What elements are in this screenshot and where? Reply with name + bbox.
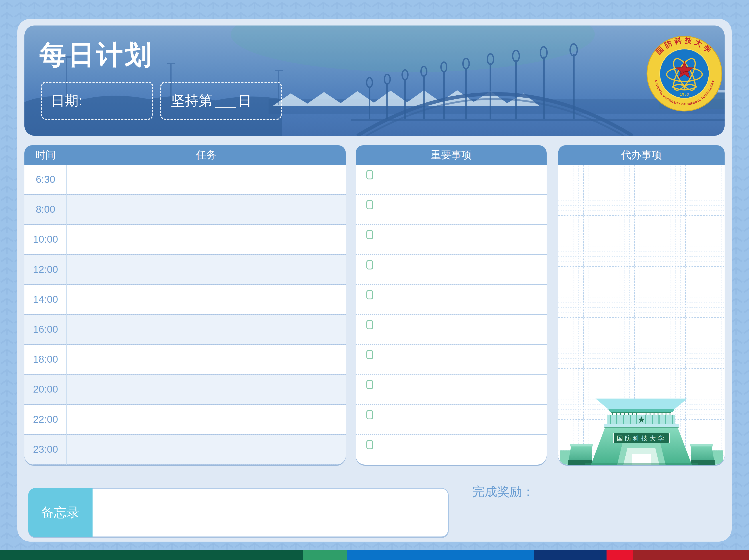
task-cell[interactable] <box>67 435 346 464</box>
important-item-area[interactable] <box>356 285 547 315</box>
important-item-area[interactable] <box>356 405 547 435</box>
university-logo: 八一 1953 国防科技大学 NATIONAL UNIVERSITY OF DE… <box>646 35 723 112</box>
important-checkbox[interactable] <box>366 260 373 269</box>
important-item-area[interactable] <box>356 165 547 195</box>
todo-panel-header: 代办事项 <box>558 145 725 165</box>
star-label: 八一 <box>681 70 688 74</box>
important-checkbox[interactable] <box>366 410 373 419</box>
schedule-panel: 时间 任务 6:308:0010:0012:0014:0016:0018:002… <box>24 145 346 465</box>
schedule-row: 6:30 <box>24 165 346 195</box>
important-checkbox[interactable] <box>366 290 373 299</box>
task-cell[interactable] <box>67 405 346 434</box>
important-checkbox[interactable] <box>366 170 373 179</box>
task-cell[interactable] <box>67 375 346 404</box>
footer-stripe <box>633 550 749 560</box>
time-label: 6:30 <box>24 165 67 194</box>
header-banner: 每日计划 日期: 坚持第日 八一 <box>24 25 725 136</box>
time-column-header: 时间 <box>24 148 67 162</box>
time-label: 10:00 <box>24 225 67 254</box>
schedule-row: 22:00 <box>24 405 346 435</box>
footer-stripe <box>347 550 534 560</box>
gate-sign-text: 国防科技大学 <box>617 435 666 442</box>
time-label: 8:00 <box>24 195 67 224</box>
important-item-area[interactable] <box>356 315 547 345</box>
important-panel: 重要事项 <box>356 145 547 465</box>
footer-stripe <box>0 550 303 560</box>
time-label: 14:00 <box>24 285 67 314</box>
date-field[interactable]: 日期: <box>41 82 153 120</box>
schedule-body: 6:308:0010:0012:0014:0016:0018:0020:0022… <box>24 165 346 465</box>
task-cell[interactable] <box>67 195 346 224</box>
time-label: 12:00 <box>24 255 67 284</box>
daily-plan-page: 每日计划 日期: 坚持第日 八一 <box>0 0 749 560</box>
reward-label: 完成奖励： <box>472 484 534 500</box>
logo-year: 1953 <box>680 92 689 96</box>
task-column-header: 任务 <box>67 148 346 162</box>
streak-blank-line[interactable] <box>215 94 236 108</box>
important-item-area[interactable] <box>356 345 547 375</box>
important-item-area[interactable] <box>356 375 547 405</box>
todo-panel: 代办事项 <box>558 145 725 465</box>
time-label: 23:00 <box>24 435 67 464</box>
important-item-area[interactable] <box>356 225 547 254</box>
schedule-row: 10:00 <box>24 225 346 254</box>
task-cell[interactable] <box>67 255 346 284</box>
footer-stripe <box>534 550 606 560</box>
time-label: 22:00 <box>24 405 67 434</box>
streak-prefix: 坚持第 <box>171 91 212 110</box>
task-cell[interactable] <box>67 345 346 374</box>
task-cell[interactable] <box>67 225 346 254</box>
important-item-area[interactable] <box>356 435 547 465</box>
schedule-row: 18:00 <box>24 345 346 375</box>
time-label: 18:00 <box>24 345 67 374</box>
schedule-row: 16:00 <box>24 315 346 345</box>
important-checkbox[interactable] <box>366 320 373 329</box>
memo-tab-label: 备忘录 <box>28 488 92 537</box>
streak-field[interactable]: 坚持第日 <box>160 82 282 120</box>
schedule-row: 23:00 <box>24 435 346 465</box>
page-title: 每日计划 <box>40 37 153 73</box>
schedule-row: 14:00 <box>24 285 346 315</box>
todo-body[interactable]: 国防科技大学 <box>558 165 725 465</box>
important-checkbox[interactable] <box>366 230 373 239</box>
university-gate-illustration: 国防科技大学 <box>558 394 725 465</box>
important-checkbox[interactable] <box>366 200 373 209</box>
important-checkbox[interactable] <box>366 380 373 389</box>
time-label: 20:00 <box>24 375 67 404</box>
schedule-row: 8:00 <box>24 195 346 225</box>
streak-suffix: 日 <box>238 91 252 110</box>
footer-stripe <box>606 550 633 560</box>
task-cell[interactable] <box>67 315 346 344</box>
schedule-panel-header: 时间 任务 <box>24 145 346 165</box>
important-body <box>356 165 547 465</box>
important-checkbox[interactable] <box>366 350 373 359</box>
important-item-area[interactable] <box>356 255 547 285</box>
important-checkbox[interactable] <box>366 440 373 449</box>
schedule-row: 12:00 <box>24 255 346 285</box>
important-item-area[interactable] <box>356 195 547 225</box>
footer-stripe <box>303 550 347 560</box>
important-panel-header: 重要事项 <box>356 145 547 165</box>
schedule-row: 20:00 <box>24 375 346 405</box>
task-cell[interactable] <box>67 285 346 314</box>
task-cell[interactable] <box>67 165 346 194</box>
time-label: 16:00 <box>24 315 67 344</box>
footer-stripes <box>0 550 749 560</box>
memo-box: 备忘录 <box>28 488 449 537</box>
memo-content-area[interactable] <box>92 488 449 537</box>
date-label: 日期: <box>51 91 82 110</box>
